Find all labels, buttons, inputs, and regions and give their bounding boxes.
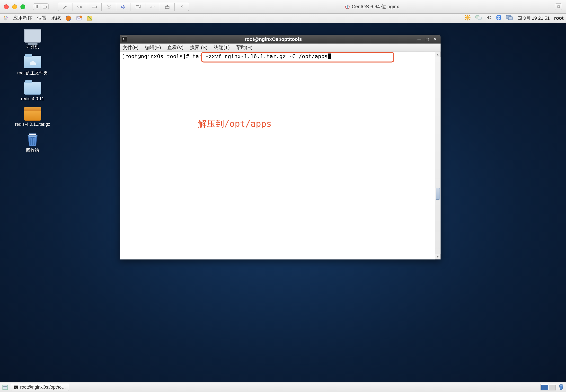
- workspace-switcher[interactable]: [540, 384, 556, 391]
- svg-rect-2: [43, 6, 46, 8]
- mac-titlebar: CentOS 6 64 位 nginx: [0, 0, 566, 14]
- svg-rect-36: [29, 134, 36, 135]
- desktop-icon-label: root 的主文件夹: [17, 70, 48, 76]
- svg-rect-12: [558, 5, 560, 7]
- display-tray-icon[interactable]: [506, 14, 513, 22]
- taskbar-terminal-button[interactable]: >_ root@nginxOs:/opt/to…: [11, 384, 69, 391]
- snapshot-vm-button[interactable]: [41, 3, 49, 10]
- menu-view[interactable]: 查看(V): [167, 44, 184, 51]
- desktop-area[interactable]: 计算机 root 的主文件夹 redis-4.0.11 redis-4.0.11…: [0, 23, 566, 392]
- svg-rect-3: [92, 6, 97, 8]
- firefox-launcher-icon[interactable]: [65, 15, 71, 21]
- svg-line-28: [469, 15, 470, 16]
- gnome-bottom-panel: >_ root@nginxOs:/opt/to…: [0, 382, 566, 392]
- svg-rect-9: [165, 7, 169, 9]
- svg-point-4: [93, 7, 93, 7]
- hdd-vm-icon[interactable]: [87, 3, 102, 11]
- svg-point-13: [4, 16, 5, 17]
- scroll-down-icon[interactable]: ▼: [435, 254, 441, 259]
- svg-rect-41: [3, 386, 5, 387]
- scroll-up-icon[interactable]: ▲: [435, 52, 441, 57]
- desktop-icon-trash[interactable]: 回收站: [8, 132, 57, 153]
- workspace-2[interactable]: [549, 385, 555, 390]
- desktop-icon-label: redis-4.0.11: [21, 96, 44, 101]
- window-maximize-icon[interactable]: ▢: [424, 37, 430, 42]
- notes-launcher-icon[interactable]: [86, 15, 93, 21]
- desktop-icon-computer[interactable]: 计算机: [8, 29, 57, 50]
- sound-vm-icon[interactable]: [116, 3, 131, 11]
- mac-vm-toolbar: [58, 3, 189, 11]
- menu-places[interactable]: 位置: [37, 15, 47, 21]
- svg-rect-31: [478, 17, 481, 20]
- desktop-icon-home-folder[interactable]: root 的主文件夹: [8, 55, 57, 76]
- mail-launcher-icon[interactable]: [76, 15, 82, 21]
- svg-point-14: [6, 16, 7, 17]
- chevron-left-icon[interactable]: [175, 3, 189, 11]
- terminal-scrollbar[interactable]: ▲ ▼: [435, 52, 441, 259]
- terminal-menubar: 文件(F) 编辑(E) 查看(V) 搜索 (S) 终端(T) 帮助(H): [120, 43, 441, 52]
- clock-text[interactable]: 四 3月 19 21:51: [517, 15, 550, 21]
- network-tray-icon[interactable]: [475, 15, 482, 21]
- menu-help[interactable]: 帮助(H): [236, 44, 253, 51]
- svg-rect-0: [36, 5, 37, 8]
- annotation-text: 解压到/opt/apps: [198, 118, 272, 130]
- window-close-icon[interactable]: ✕: [432, 37, 438, 42]
- share-vm-icon[interactable]: [160, 3, 175, 11]
- user-label[interactable]: root: [554, 15, 564, 21]
- menu-terminal[interactable]: 终端(T): [214, 44, 230, 51]
- terminal-prompt: [root@nginxOs tools]#: [122, 53, 189, 59]
- svg-point-21: [466, 16, 469, 19]
- terminal-title-text: root@nginxOs:/opt/tools: [130, 37, 416, 42]
- svg-rect-42: [5, 386, 7, 387]
- cd-vm-icon[interactable]: [102, 3, 116, 11]
- camera-vm-icon[interactable]: [131, 3, 145, 11]
- command-highlight-box: [201, 52, 394, 62]
- terminal-titlebar[interactable]: >_ root@nginxOs:/opt/tools — ▢ ✕: [120, 35, 441, 43]
- mac-segmented-buttons: [33, 3, 49, 10]
- desktop-icon-redis-tarball[interactable]: redis-4.0.11.tar.gz: [8, 107, 57, 127]
- menu-edit[interactable]: 编辑(E): [145, 44, 161, 51]
- desktop-icon-label: 回收站: [26, 147, 39, 153]
- usb-vm-icon[interactable]: [145, 3, 160, 11]
- menu-system[interactable]: 系统: [51, 15, 61, 21]
- terminal-body[interactable]: [root@nginxOs tools]# tar -zxvf nginx-1.…: [120, 52, 435, 259]
- desktop-icon-redis-folder[interactable]: redis-4.0.11: [8, 81, 57, 101]
- svg-rect-11: [557, 6, 559, 8]
- svg-point-45: [559, 384, 563, 386]
- bluetooth-tray-icon[interactable]: [496, 14, 501, 22]
- svg-point-15: [7, 17, 8, 18]
- svg-point-6: [109, 6, 110, 7]
- scroll-thumb[interactable]: [436, 188, 440, 200]
- mac-traffic-lights: [4, 4, 25, 9]
- svg-rect-34: [508, 16, 512, 20]
- terminal-app-icon: >_: [122, 37, 127, 42]
- volume-tray-icon[interactable]: [486, 15, 492, 21]
- gnome-foot-icon[interactable]: [2, 15, 9, 21]
- svg-text:>_: >_: [15, 386, 17, 389]
- close-mac-icon[interactable]: [4, 4, 9, 9]
- sun-tray-icon[interactable]: [464, 14, 471, 22]
- restore-window-icon[interactable]: [555, 3, 562, 10]
- window-minimize-icon[interactable]: —: [416, 37, 423, 42]
- desktop-icon-label: redis-4.0.11.tar.gz: [15, 122, 50, 127]
- menu-applications[interactable]: 应用程序: [13, 15, 33, 21]
- menu-search[interactable]: 搜索 (S): [190, 44, 207, 51]
- trash-applet-icon[interactable]: [558, 383, 564, 391]
- show-desktop-icon[interactable]: [2, 384, 8, 391]
- taskbar-button-label: root@nginxOs:/opt/to…: [20, 385, 66, 390]
- menu-file[interactable]: 文件(F): [123, 44, 138, 51]
- vm-title-text: CentOS 6 64 位 nginx: [352, 3, 399, 10]
- svg-point-5: [107, 5, 111, 9]
- svg-line-27: [469, 19, 470, 20]
- resize-vm-icon[interactable]: [72, 3, 87, 11]
- svg-rect-7: [136, 6, 139, 8]
- svg-line-29: [465, 19, 466, 20]
- settings-vm-icon[interactable]: [58, 3, 72, 11]
- minimize-mac-icon[interactable]: [12, 4, 17, 9]
- terminal-window: >_ root@nginxOs:/opt/tools — ▢ ✕ 文件(F) 编…: [120, 35, 441, 259]
- zoom-mac-icon[interactable]: [20, 4, 25, 9]
- svg-point-8: [151, 7, 152, 8]
- centos-icon: [345, 4, 350, 9]
- pause-vm-button[interactable]: [33, 3, 41, 10]
- workspace-1[interactable]: [541, 385, 548, 390]
